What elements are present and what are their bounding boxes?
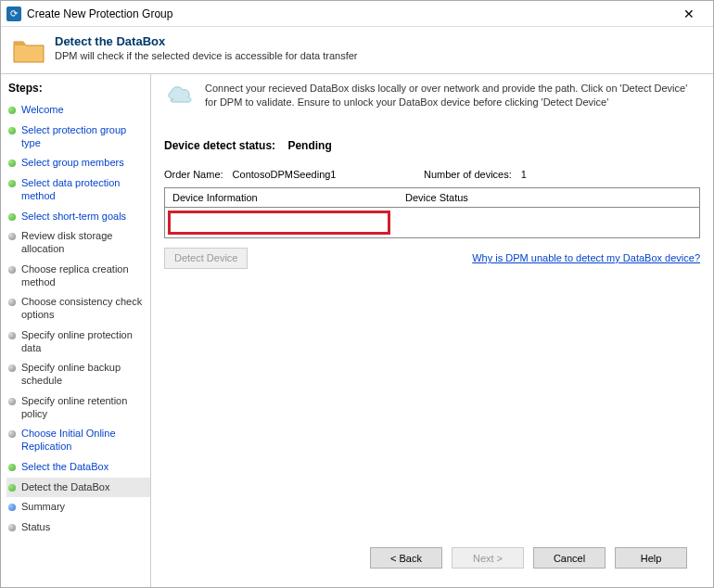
step-bullet-icon — [8, 213, 16, 221]
step-bullet-icon — [8, 504, 16, 511]
sidebar-step[interactable]: Select the DataBox — [6, 457, 150, 478]
help-button[interactable]: Help — [615, 547, 687, 569]
device-table: Device Information Device Status — [164, 187, 700, 238]
step-bullet-icon — [8, 266, 16, 274]
step-bullet-icon — [8, 332, 16, 339]
step-label: Select the DataBox — [21, 461, 108, 474]
num-devices-label: Number of devices: — [424, 169, 512, 180]
step-bullet-icon — [8, 127, 16, 134]
wizard-footer: < Back Next > Cancel Help — [164, 538, 700, 578]
step-bullet-icon — [8, 398, 16, 405]
sidebar-step[interactable]: Choose Initial Online Replication — [6, 424, 150, 457]
info-text: Connect your recieved DataBox disks loca… — [205, 82, 700, 109]
sidebar-step: Specify online protection data — [6, 326, 150, 359]
step-label: Select short-term goals — [21, 211, 126, 224]
step-bullet-icon — [8, 299, 16, 306]
col-device-status: Device Status — [397, 188, 699, 207]
step-label: Summary — [21, 501, 65, 514]
num-devices-value: 1 — [521, 169, 527, 180]
step-label: Detect the DataBox — [21, 481, 109, 494]
page-title: Detect the DataBox — [55, 34, 357, 48]
sidebar-step: Specify online backup schedule — [6, 358, 150, 391]
step-label: Specify online backup schedule — [21, 362, 147, 388]
cloud-icon — [164, 82, 196, 104]
step-label: Welcome — [21, 104, 64, 117]
page-subtitle: DPM will check if the selected device is… — [55, 50, 357, 61]
detect-device-button[interactable]: Detect Device — [164, 248, 248, 269]
folder-icon — [12, 36, 45, 64]
main-panel: Connect your recieved DataBox disks loca… — [151, 74, 713, 587]
sidebar-step[interactable]: Select protection group type — [6, 121, 150, 154]
help-link-databox[interactable]: Why is DPM unable to detect my DataBox d… — [472, 252, 700, 263]
sidebar-step: Summary — [6, 497, 150, 518]
sidebar-step: Choose replica creation method — [6, 260, 150, 293]
step-label: Select protection group type — [21, 124, 147, 150]
detect-status: Device detect status: Pending — [164, 139, 700, 152]
step-label: Choose Initial Online Replication — [21, 428, 147, 454]
step-bullet-icon — [8, 484, 16, 492]
step-bullet-icon — [8, 233, 16, 240]
sidebar-step[interactable]: Select data protection method — [6, 173, 150, 207]
sidebar-step: Detect the DataBox — [6, 478, 150, 498]
step-label: Status — [21, 521, 50, 534]
step-bullet-icon — [8, 524, 16, 531]
sidebar-step: Review disk storage allocation — [6, 226, 150, 260]
sidebar-step[interactable]: Select group members — [6, 153, 150, 173]
step-label: Select data protection method — [21, 177, 147, 203]
window-title: Create New Protection Group — [27, 7, 670, 20]
status-label: Device detect status: — [164, 139, 275, 152]
titlebar: ⟳ Create New Protection Group ✕ — [1, 1, 713, 27]
sidebar-step: Specify online retention policy — [6, 391, 150, 425]
col-device-info: Device Information — [165, 188, 397, 207]
sidebar-step: Choose consistency check options — [6, 292, 150, 326]
close-icon[interactable]: ✕ — [670, 3, 708, 25]
back-button[interactable]: < Back — [370, 547, 442, 569]
status-value: Pending — [287, 139, 331, 152]
device-path-input[interactable] — [171, 213, 388, 232]
step-bullet-icon — [8, 107, 16, 114]
step-label: Review disk storage allocation — [21, 230, 147, 256]
device-path-cell — [168, 211, 390, 235]
sidebar-step[interactable]: Select short-term goals — [6, 207, 150, 227]
wizard-window: ⟳ Create New Protection Group ✕ Detect t… — [0, 0, 714, 588]
next-button[interactable]: Next > — [452, 547, 524, 569]
step-label: Select group members — [21, 157, 124, 170]
step-bullet-icon — [8, 160, 16, 167]
step-label: Specify online protection data — [21, 329, 147, 355]
wizard-header: Detect the DataBox DPM will check if the… — [1, 27, 713, 73]
step-label: Specify online retention policy — [21, 395, 147, 421]
sidebar-step: Status — [6, 518, 150, 538]
sidebar-title: Steps: — [8, 82, 150, 95]
cancel-button[interactable]: Cancel — [533, 547, 606, 569]
step-label: Choose replica creation method — [21, 263, 147, 289]
step-bullet-icon — [8, 180, 16, 187]
order-name-value: ContosoDPMSeeding1 — [233, 169, 337, 180]
app-icon: ⟳ — [6, 6, 21, 21]
step-label: Choose consistency check options — [21, 296, 147, 322]
steps-sidebar: Steps: WelcomeSelect protection group ty… — [1, 74, 151, 587]
sidebar-step[interactable]: Welcome — [6, 100, 150, 121]
step-bullet-icon — [8, 430, 16, 438]
step-bullet-icon — [8, 364, 16, 372]
order-name-label: Order Name: — [164, 169, 223, 180]
step-bullet-icon — [8, 464, 16, 471]
